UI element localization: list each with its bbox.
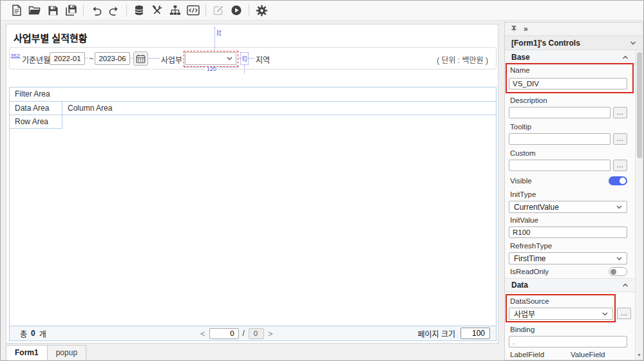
guide-width-label: 120 [205, 66, 218, 72]
tooltip-more-button[interactable]: … [613, 133, 627, 145]
isreadonly-toggle[interactable] [609, 267, 627, 276]
section-base[interactable]: Base [505, 50, 635, 64]
tools-icon[interactable] [149, 2, 166, 19]
custom-input[interactable] [509, 160, 611, 171]
chevron-down-icon [227, 57, 232, 60]
inittype-select[interactable]: CurrentValue [509, 201, 627, 213]
controls-header-label: [Form1]'s Controls [511, 39, 580, 48]
name-input[interactable] [509, 78, 627, 89]
division-dropdown[interactable] [185, 52, 236, 65]
toolbar-separator [83, 5, 84, 16]
description-input[interactable] [509, 107, 611, 118]
date-from-input[interactable] [50, 52, 85, 65]
scrollbar-thumb[interactable] [637, 52, 642, 158]
design-canvas: 사업부별 실적현황 32 352 120 12 기준년월 ~ 사업부 지역 ( … [6, 24, 498, 344]
datasource-select[interactable]: 사업부 [509, 308, 613, 320]
custom-label: Custom [510, 149, 536, 157]
unit-note: ( 단위 : 백만원 ) [437, 54, 488, 65]
visible-label: Visible [510, 177, 532, 185]
form-designer-window: 사업부별 실적현황 32 352 120 12 기준년월 ~ 사업부 지역 ( … [0, 0, 644, 361]
data-area[interactable]: Data Area [10, 102, 62, 115]
custom-more-button[interactable]: … [613, 160, 627, 171]
datasource-more-button[interactable]: … [617, 308, 631, 319]
prev-page-button[interactable]: < [200, 329, 205, 338]
guide-top-offset-label: 32 [216, 30, 222, 36]
panel-header: » [505, 23, 643, 35]
inittype-label: InitType [510, 190, 536, 198]
guide-line-vertical [214, 27, 215, 51]
toolbar-separator [126, 5, 127, 16]
undo-icon[interactable] [88, 2, 104, 19]
database-icon[interactable] [131, 2, 147, 19]
controls-header[interactable]: [Form1]'s Controls [505, 35, 643, 50]
refreshtype-label: RefreshType [510, 242, 552, 250]
chevron-down-icon [616, 257, 622, 261]
page-size-input[interactable] [460, 328, 490, 339]
total-prefix: 총 [20, 328, 27, 339]
labelfield-label: LabelField [510, 351, 544, 358]
collapse-panel-icon[interactable]: » [524, 24, 528, 33]
tooltip-input[interactable] [509, 133, 611, 145]
property-panel: » [Form1]'s Controls Base Name Descripti… [504, 22, 643, 360]
refreshtype-value: FirstTime [514, 254, 546, 263]
row-area[interactable]: Row Area [10, 115, 62, 129]
region-label: 지역 [254, 54, 271, 65]
date-to-input[interactable] [95, 52, 130, 65]
valuefield-label: ValueField [571, 351, 605, 358]
tab-form1[interactable]: Form1 [6, 345, 48, 361]
column-area[interactable]: Column Area [62, 102, 112, 115]
refreshtype-select[interactable]: FirstTime [509, 252, 627, 264]
initvalue-input[interactable] [509, 227, 627, 238]
datasource-value: 사업부 [514, 308, 535, 319]
guide-line-vertical [244, 65, 245, 73]
description-label: Description [510, 97, 547, 104]
total-count: 총 0 개 [20, 328, 46, 339]
page-separator: / [243, 329, 245, 338]
page-size-label: 페이지 크기 [417, 328, 455, 339]
page-title: 사업부별 실적현황 [14, 31, 88, 44]
period-label: 기준년월 [21, 54, 52, 65]
toggle-knob [620, 178, 626, 184]
calendar-button[interactable] [133, 51, 148, 66]
division-label: 사업부 [160, 54, 184, 65]
binding-input[interactable] [509, 336, 627, 347]
section-base-label: Base [511, 53, 530, 62]
form-tabs: Form1 popup [6, 345, 86, 361]
panel-scrollbar[interactable]: ▼ [635, 50, 643, 360]
chevron-up-icon [622, 283, 629, 287]
chevron-down-icon [630, 41, 636, 45]
redo-icon[interactable] [106, 2, 122, 19]
new-file-icon[interactable] [8, 2, 25, 19]
pivot-grid: Filter Area Data Area Column Area Row Ar… [9, 87, 497, 341]
tab-popup[interactable]: popup [47, 345, 86, 361]
chevron-up-icon [622, 55, 629, 59]
current-page-input[interactable] [209, 328, 239, 339]
total-pages-field [249, 328, 264, 339]
play-icon[interactable] [228, 2, 245, 19]
toggle-knob [611, 269, 616, 275]
scroll-down-icon[interactable]: ▼ [636, 351, 643, 360]
isreadonly-label: IsReadOnly [510, 268, 549, 275]
date-range-tilde: ~ [88, 54, 94, 63]
description-more-button[interactable]: … [613, 107, 627, 118]
edit-icon [210, 2, 227, 19]
toolbar-separator [205, 5, 206, 16]
visible-toggle[interactable] [609, 176, 627, 185]
filter-area[interactable]: Filter Area [10, 88, 496, 102]
save-all-icon[interactable] [62, 2, 79, 19]
binding-label: Binding [510, 326, 535, 333]
open-folder-icon[interactable] [26, 2, 43, 19]
sitemap-icon[interactable] [167, 2, 184, 19]
initvalue-label: InitValue [510, 216, 538, 224]
settings-icon[interactable] [253, 2, 270, 19]
total-suffix: 개 [39, 328, 46, 339]
save-icon[interactable] [44, 2, 61, 19]
next-page-button[interactable]: > [268, 329, 273, 338]
section-data-label: Data [511, 281, 528, 290]
calendar-icon [136, 54, 146, 64]
toolbar-separator [249, 5, 249, 16]
section-data[interactable]: Data [505, 278, 635, 292]
tooltip-label: Tooltip [510, 123, 531, 131]
pin-icon[interactable] [510, 25, 518, 33]
code-icon[interactable] [185, 2, 202, 19]
